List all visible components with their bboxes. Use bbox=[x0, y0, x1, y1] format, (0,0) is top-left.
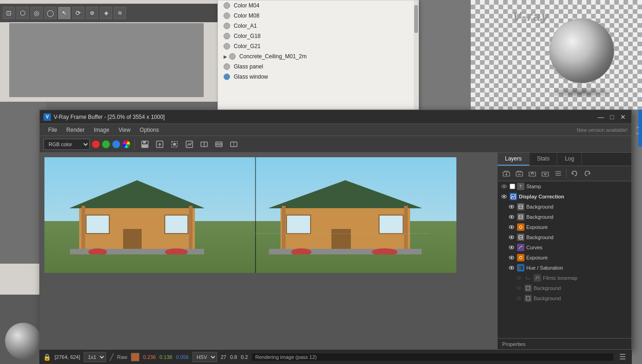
svg-point-82 bbox=[511, 267, 512, 269]
layer-eye-filmic[interactable] bbox=[515, 274, 523, 282]
list-item[interactable]: ▶ Concrete_Ceiling_M01_2m bbox=[218, 51, 418, 62]
background-1-label: Background bbox=[526, 204, 554, 210]
tab-log[interactable]: Log bbox=[557, 153, 582, 166]
layer-background-3[interactable]: Background bbox=[505, 232, 631, 242]
stamp-checkbox[interactable] bbox=[510, 184, 515, 189]
close-button[interactable]: ✕ bbox=[618, 112, 628, 122]
toolbar-3d-btn[interactable]: ⬡ bbox=[17, 7, 29, 19]
svg-point-52 bbox=[504, 186, 505, 187]
material-scrollbar[interactable] bbox=[414, 0, 418, 111]
move-layer-up-button[interactable] bbox=[526, 168, 538, 179]
layer-eye-exp2[interactable] bbox=[508, 254, 515, 261]
list-item[interactable]: Color_A1 bbox=[218, 21, 418, 31]
layer-curves[interactable]: Curves bbox=[505, 242, 631, 253]
toolbar-3d-btn[interactable]: ◯ bbox=[44, 7, 56, 19]
layer-filmic-tonemap[interactable]: Filmic tonemap bbox=[512, 273, 631, 283]
svg-point-54 bbox=[504, 196, 505, 197]
sample-icon: ╱ bbox=[110, 353, 113, 361]
layer-background-1[interactable]: Background bbox=[505, 202, 631, 212]
toolbar-3d: ⊡ ⬡ ◎ ◯ ↖ ⟳ ⊕ ◈ ≋ bbox=[0, 4, 218, 22]
layer-eye-dc[interactable] bbox=[500, 193, 508, 200]
color-dot-blue[interactable] bbox=[112, 140, 120, 148]
minimize-button[interactable]: — bbox=[596, 112, 605, 122]
sample-size-select[interactable]: 1x1 bbox=[84, 352, 106, 362]
rendering-text: Rendering image (pass 12) bbox=[256, 354, 317, 360]
layer-eye-bg3[interactable] bbox=[508, 234, 515, 241]
tabs-bar: Layers Stats Log bbox=[498, 153, 631, 166]
color-dot-green[interactable] bbox=[102, 140, 110, 148]
stereo-button-2[interactable] bbox=[212, 138, 225, 151]
region-select-button[interactable] bbox=[168, 138, 181, 151]
layer-eye-stamp[interactable] bbox=[500, 183, 508, 190]
save-button[interactable] bbox=[138, 138, 151, 151]
cabin-left-svg bbox=[51, 171, 223, 254]
menu-options[interactable]: Options bbox=[135, 126, 163, 134]
list-item[interactable]: Color M04 bbox=[218, 0, 418, 11]
svg-line-8 bbox=[187, 143, 189, 146]
layer-eye-exp1[interactable] bbox=[508, 223, 515, 231]
menu-image[interactable]: Image bbox=[89, 126, 114, 134]
list-item[interactable]: Glass panel bbox=[218, 62, 418, 72]
tab-stats[interactable]: Stats bbox=[530, 153, 557, 166]
layer-background-4[interactable]: Background bbox=[512, 283, 631, 293]
toolbar-3d-btn[interactable]: ◈ bbox=[100, 7, 112, 19]
layer-stamp[interactable]: T Stamp bbox=[498, 181, 631, 191]
toolbar-3d-active-btn[interactable]: ↖ bbox=[58, 7, 70, 19]
remove-layer-button[interactable] bbox=[513, 168, 525, 179]
undo-button[interactable] bbox=[568, 168, 580, 179]
maximize-button[interactable]: □ bbox=[607, 112, 617, 122]
svg-point-78 bbox=[511, 257, 512, 259]
status-menu-button[interactable]: ☰ bbox=[617, 352, 628, 363]
correction-button[interactable] bbox=[183, 138, 196, 151]
menu-view[interactable]: View bbox=[114, 126, 135, 134]
render-area[interactable] bbox=[40, 153, 497, 350]
layer-display-correction[interactable]: Display Correction bbox=[498, 191, 631, 202]
layer-background-2[interactable]: Background bbox=[505, 212, 631, 222]
color-dot-red[interactable] bbox=[92, 140, 100, 148]
layer-eye-bg5[interactable] bbox=[515, 295, 523, 302]
menu-render[interactable]: Render bbox=[62, 126, 89, 134]
list-item[interactable]: Glass window bbox=[218, 72, 418, 82]
svg-rect-23 bbox=[165, 215, 188, 234]
move-layer-down-button[interactable] bbox=[539, 168, 551, 179]
add-layer-button[interactable] bbox=[500, 168, 512, 179]
layer-eye-curves[interactable] bbox=[508, 244, 515, 251]
material-label: Color_G21 bbox=[234, 43, 261, 49]
stamp-icon: T bbox=[517, 183, 524, 190]
layer-eye-bg4[interactable] bbox=[515, 284, 523, 292]
list-item[interactable]: Color_G18 bbox=[218, 31, 418, 41]
tab-layers[interactable]: Layers bbox=[498, 153, 530, 166]
toolbar-3d-btn[interactable]: ⟳ bbox=[72, 7, 84, 19]
list-item[interactable]: Color_G21 bbox=[218, 41, 418, 51]
hsv-mode-select[interactable]: HSV bbox=[193, 352, 217, 362]
export-button[interactable] bbox=[153, 138, 166, 151]
redo-button[interactable] bbox=[581, 168, 593, 179]
material-dot bbox=[224, 23, 230, 29]
exposure-1-icon bbox=[517, 223, 524, 231]
new-version-notice: New version available! bbox=[577, 127, 628, 133]
layer-exposure-2[interactable]: Exposure bbox=[505, 253, 631, 263]
toolbar-3d-btn[interactable]: ⊕ bbox=[86, 7, 98, 19]
toolbar-3d-btn[interactable]: ◎ bbox=[31, 7, 43, 19]
layer-hue-saturation[interactable]: Hue / Saturation bbox=[505, 263, 631, 273]
layer-eye-bg1[interactable] bbox=[508, 203, 515, 210]
stereo-button-1[interactable] bbox=[198, 138, 211, 151]
toolbar-3d-btn[interactable]: ≋ bbox=[114, 7, 126, 19]
layers-list: T Stamp bbox=[498, 181, 631, 338]
layer-background-5[interactable]: Background bbox=[512, 293, 631, 303]
compare-button[interactable] bbox=[227, 138, 240, 151]
toolbar-3d-btn[interactable]: ⊡ bbox=[3, 7, 15, 19]
svg-marker-18 bbox=[70, 180, 204, 208]
svg-rect-32 bbox=[331, 229, 351, 250]
scrollbar-thumb[interactable] bbox=[414, 5, 418, 33]
layer-eye-hue[interactable] bbox=[508, 264, 515, 271]
list-item[interactable]: Color M08 bbox=[218, 11, 418, 21]
color-mode-select[interactable]: RGB color bbox=[44, 139, 90, 150]
menu-file[interactable]: File bbox=[44, 126, 62, 134]
layer-exposure-1[interactable]: Exposure bbox=[505, 222, 631, 232]
right-panel: Layers Stats Log bbox=[497, 153, 631, 350]
layer-eye-bg2[interactable] bbox=[508, 213, 515, 221]
color-dot-rgb[interactable] bbox=[122, 140, 131, 148]
list-view-button[interactable] bbox=[552, 168, 564, 179]
material-label: Color M08 bbox=[234, 12, 259, 19]
